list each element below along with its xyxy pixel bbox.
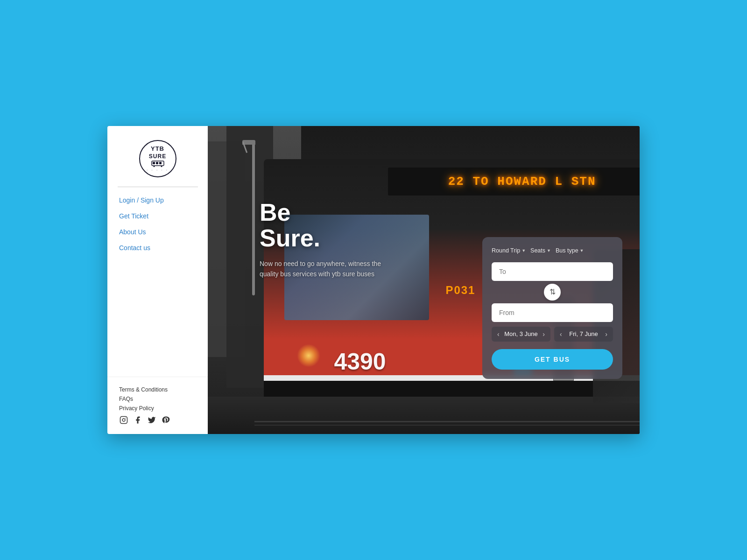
return-prev-button[interactable]: ‹ bbox=[559, 330, 563, 338]
footer-privacy[interactable]: Privacy Policy bbox=[119, 405, 196, 412]
from-input[interactable] bbox=[492, 303, 613, 322]
nav-about[interactable]: About Us bbox=[119, 228, 196, 236]
return-date-picker: ‹ Fri, 7 June › bbox=[554, 327, 613, 342]
departure-prev-button[interactable]: ‹ bbox=[496, 330, 500, 338]
nav-login[interactable]: Login / Sign Up bbox=[119, 196, 196, 204]
sidebar: YTB SURE · · · · · Login / Sign Up Get T… bbox=[107, 126, 208, 434]
app-wrapper: YTB SURE · · · · · Login / Sign Up Get T… bbox=[107, 126, 640, 434]
logo-dots: · · · · · bbox=[147, 168, 169, 172]
facebook-icon[interactable] bbox=[133, 415, 142, 425]
svg-point-4 bbox=[153, 166, 155, 167]
departure-next-button[interactable]: › bbox=[542, 330, 546, 338]
main-content: 22 TO HOWARD L STN 4390 P031 bbox=[208, 126, 640, 434]
get-bus-button[interactable]: GET BUS bbox=[492, 349, 613, 370]
twitter-icon[interactable] bbox=[147, 415, 156, 425]
hero-title: Be Sure. bbox=[260, 200, 381, 251]
hero-subtitle: Now no need to go anywhere, witness the … bbox=[260, 259, 381, 280]
sidebar-divider bbox=[118, 187, 198, 187]
social-icons bbox=[119, 415, 196, 425]
svg-rect-2 bbox=[156, 162, 158, 164]
nav-ticket[interactable]: Get Ticket bbox=[119, 212, 196, 220]
logo-area: YTB SURE · · · · · bbox=[107, 126, 208, 187]
return-date: Fri, 7 June bbox=[569, 330, 598, 337]
search-box: Round Trip ▼ Seats ▼ Bus type ▼ ⇅ bbox=[482, 237, 622, 379]
to-field-wrapper bbox=[492, 262, 613, 281]
seats-filter[interactable]: Seats ▼ bbox=[530, 246, 551, 255]
logo-circle: YTB SURE · · · · · bbox=[139, 140, 176, 177]
sidebar-footer: Terms & Conditions FAQs Privacy Policy bbox=[107, 377, 208, 434]
to-input[interactable] bbox=[492, 262, 613, 281]
swap-button[interactable]: ⇅ bbox=[544, 284, 561, 301]
date-row: ‹ Mon, 3 June › ‹ Fri, 7 June › bbox=[492, 327, 613, 342]
pinterest-icon[interactable] bbox=[161, 415, 170, 425]
search-filters: Round Trip ▼ Seats ▼ Bus type ▼ bbox=[492, 246, 613, 255]
hero-text: Be Sure. Now no need to go anywhere, wit… bbox=[260, 200, 381, 279]
route-sign-text: 22 TO HOWARD L STN bbox=[448, 175, 596, 189]
from-field-wrapper bbox=[492, 303, 613, 322]
round-trip-filter[interactable]: Round Trip ▼ bbox=[492, 246, 526, 255]
logo-ytb: YTB bbox=[151, 145, 164, 152]
bus-number: 4390 bbox=[334, 348, 386, 375]
svg-rect-1 bbox=[153, 162, 155, 164]
departure-date-picker: ‹ Mon, 3 June › bbox=[492, 327, 550, 342]
sidebar-nav: Login / Sign Up Get Ticket About Us Cont… bbox=[107, 196, 208, 377]
logo-bus-icon bbox=[151, 161, 164, 167]
bus-type-filter[interactable]: Bus type ▼ bbox=[556, 246, 584, 255]
footer-faqs[interactable]: FAQs bbox=[119, 396, 196, 402]
svg-point-5 bbox=[161, 166, 162, 167]
svg-rect-6 bbox=[120, 417, 127, 424]
logo-sure: SURE bbox=[149, 153, 166, 160]
bus-label: P031 bbox=[445, 284, 475, 297]
instagram-icon[interactable] bbox=[119, 415, 128, 425]
nav-contact[interactable]: Contact us bbox=[119, 244, 196, 252]
swap-icon: ⇅ bbox=[550, 287, 556, 296]
svg-rect-3 bbox=[159, 162, 162, 164]
footer-terms[interactable]: Terms & Conditions bbox=[119, 386, 196, 393]
return-next-button[interactable]: › bbox=[604, 330, 608, 338]
departure-date: Mon, 3 June bbox=[504, 330, 538, 337]
